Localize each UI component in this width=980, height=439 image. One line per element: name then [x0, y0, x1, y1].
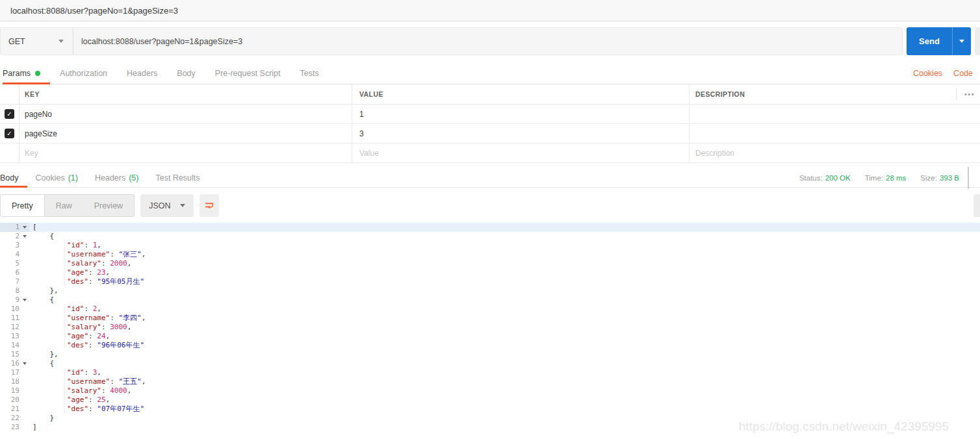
- fold-arrow-icon: [23, 362, 27, 365]
- response-tab-test-results[interactable]: Test Results: [147, 168, 208, 187]
- code-line: 19 "salary": 4000,: [0, 386, 980, 395]
- code-line: 1[: [0, 223, 980, 232]
- line-gutter: 2: [0, 232, 29, 241]
- response-time-value: 28 ms: [886, 174, 906, 182]
- line-gutter: 18: [0, 377, 29, 386]
- line-gutter: 1: [0, 223, 29, 232]
- method-dropdown[interactable]: GET: [1, 28, 73, 55]
- code-text: {: [29, 232, 980, 241]
- param-key-cell[interactable]: pageNo: [19, 105, 352, 123]
- request-tab-strip[interactable]: localhost:8088/user?pageNo=1&pageSize=3: [0, 0, 980, 21]
- param-description-input[interactable]: Description: [690, 144, 980, 162]
- send-button-label[interactable]: Send: [907, 27, 952, 55]
- param-desc-cell[interactable]: [690, 124, 980, 143]
- param-row: ✓pageNo1: [0, 105, 980, 124]
- param-check-cell: ✓: [0, 124, 19, 143]
- fold-arrow-icon: [23, 235, 27, 238]
- tab-tests[interactable]: Tests: [290, 63, 329, 84]
- params-table: KEY VALUE DESCRIPTION ••• ✓pageNo1✓pageS…: [0, 84, 980, 163]
- request-tab-title: localhost:8088/user?pageNo=1&pageSize=3: [10, 6, 178, 16]
- code-text: "des": "95年05月生": [29, 277, 980, 286]
- tab-label: Test Results: [155, 173, 200, 182]
- url-input[interactable]: [73, 28, 902, 55]
- tab-params[interactable]: Params: [3, 63, 50, 84]
- param-key-input[interactable]: Key: [19, 144, 352, 162]
- code-text: "age": 23,: [29, 268, 980, 277]
- fold-arrow-icon: [23, 226, 27, 229]
- format-dropdown[interactable]: JSON: [140, 194, 194, 217]
- view-tab-pretty[interactable]: Pretty: [1, 195, 45, 216]
- line-gutter: 10: [0, 305, 29, 314]
- code-line: 18 "username": "王五",: [0, 377, 980, 386]
- tab-body[interactable]: Body: [167, 63, 205, 84]
- line-number: 15: [0, 350, 19, 359]
- chevron-down-icon: [959, 40, 964, 43]
- fold-toggle[interactable]: [19, 362, 29, 365]
- request-links: CookiesCode: [913, 63, 980, 84]
- param-value-cell[interactable]: 1: [352, 105, 690, 123]
- line-number: 10: [0, 305, 19, 314]
- param-desc-cell[interactable]: [690, 105, 980, 123]
- line-number: 3: [0, 241, 19, 250]
- code-line: 3 "id": 1,: [0, 241, 980, 250]
- response-size: Size:393 B: [920, 174, 959, 182]
- line-number: 8: [0, 286, 19, 295]
- header-check-cell: [0, 84, 19, 104]
- line-number: 5: [0, 259, 19, 268]
- send-button[interactable]: Send: [907, 27, 971, 55]
- code-text: {: [29, 295, 980, 305]
- checkbox-checked[interactable]: ✓: [5, 109, 14, 119]
- line-number: 13: [0, 332, 19, 341]
- param-check-cell: ✓: [0, 105, 19, 123]
- code-line: 11 "username": "李四",: [0, 314, 980, 323]
- checkbox-checked[interactable]: ✓: [5, 129, 14, 138]
- code-line: 4 "username": "张三",: [0, 250, 980, 259]
- line-number: 18: [0, 377, 19, 386]
- fold-toggle[interactable]: [19, 226, 29, 229]
- response-meta: Status:200 OKTime:28 msSize:393 B: [799, 168, 980, 187]
- fold-toggle[interactable]: [19, 235, 29, 238]
- line-gutter: 13: [0, 332, 29, 341]
- code-text: [: [29, 223, 980, 232]
- tab-pre-request-script[interactable]: Pre-request Script: [205, 63, 290, 84]
- line-gutter: 15: [0, 350, 29, 359]
- request-tabs: ParamsAuthorizationHeadersBodyPre-reques…: [0, 63, 980, 84]
- send-options-caret[interactable]: [952, 27, 971, 55]
- line-number: 9: [0, 295, 19, 305]
- response-tab-body[interactable]: Body: [0, 168, 27, 187]
- code-line: 21 "des": "07年07年生": [0, 405, 980, 414]
- response-view-bar: PrettyRawPreview JSON: [0, 194, 980, 217]
- view-tab-preview[interactable]: Preview: [83, 195, 134, 216]
- params-menu-icon[interactable]: •••: [956, 88, 980, 100]
- line-number: 6: [0, 268, 19, 277]
- line-number: 14: [0, 341, 19, 350]
- response-time-label: Time:: [865, 174, 883, 182]
- response-size-label: Size:: [920, 174, 937, 182]
- tab-label: Authorization: [60, 69, 107, 78]
- code-line: 9 {: [0, 295, 980, 305]
- fold-toggle[interactable]: [19, 299, 29, 301]
- code-link[interactable]: Code: [953, 69, 973, 78]
- response-size-value: 393 B: [940, 174, 959, 182]
- tab-label: Cookies: [36, 173, 65, 182]
- param-empty-row: Key Value Description: [0, 144, 980, 163]
- cookies-link[interactable]: Cookies: [913, 69, 942, 78]
- code-line: 17 "id": 3,: [0, 368, 980, 377]
- save-button-partial[interactable]: [975, 27, 980, 55]
- response-tab-cookies[interactable]: Cookies(1): [27, 168, 86, 187]
- view-tab-raw[interactable]: Raw: [45, 195, 83, 216]
- copy-button-partial[interactable]: [974, 194, 980, 217]
- view-mode-group: PrettyRawPreview: [0, 194, 135, 217]
- line-gutter: 12: [0, 323, 29, 332]
- tab-headers[interactable]: Headers: [117, 63, 167, 84]
- tab-authorization[interactable]: Authorization: [50, 63, 117, 84]
- param-value-input[interactable]: Value: [352, 144, 690, 162]
- param-key-cell[interactable]: pageSize: [19, 124, 352, 143]
- param-value-cell[interactable]: 3: [352, 124, 690, 143]
- code-text: "age": 24,: [29, 332, 980, 341]
- wrap-text-button[interactable]: [200, 194, 219, 217]
- response-time: Time:28 ms: [865, 174, 907, 182]
- request-bar: GET Send: [0, 21, 980, 63]
- response-tab-headers[interactable]: Headers(5): [86, 168, 148, 187]
- scrollbar-thumb[interactable]: [968, 167, 969, 189]
